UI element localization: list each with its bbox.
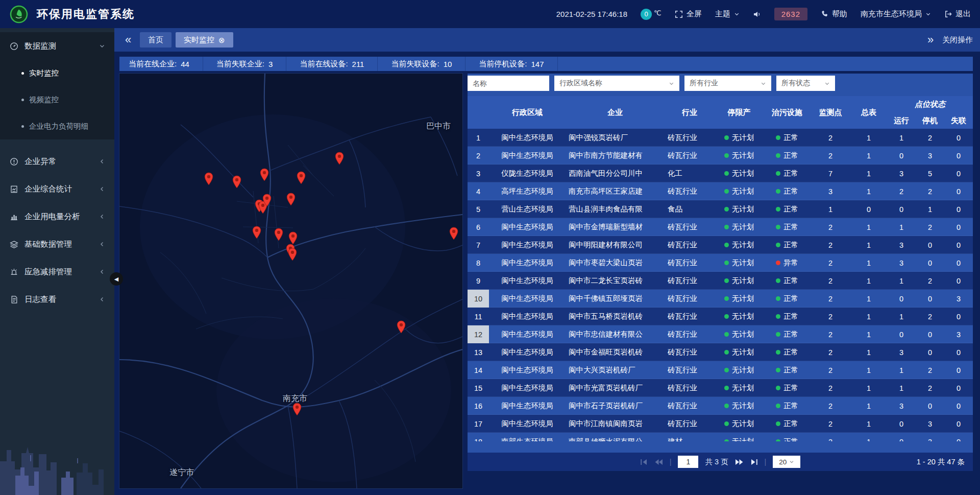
- sidebar-item[interactable]: 实时监控: [0, 60, 114, 86]
- cell-stop-count: 2: [916, 218, 944, 236]
- cell-company: 阆中市二龙长宝页岩砖: [566, 272, 665, 290]
- logout-button[interactable]: 退出: [944, 9, 971, 19]
- tabs-scroll-right-icon[interactable]: »: [924, 34, 937, 45]
- sidebar-section-enterprise-abnormal[interactable]: 企业异常: [0, 148, 114, 175]
- app-logo-icon: [9, 5, 29, 24]
- tabs-scroll-left-icon[interactable]: «: [121, 34, 135, 45]
- table-row[interactable]: 14阆中生态环境局阆中大兴页岩机砖厂砖瓦行业无计划正常21120: [468, 361, 973, 379]
- sidebar-section-enterprise-statistics[interactable]: 企业综合统计: [0, 175, 114, 203]
- page-size-select[interactable]: 20: [773, 456, 800, 468]
- stat-label: 当前在线企业:: [129, 59, 177, 69]
- region-filter-value: 行政区域名称: [559, 79, 602, 88]
- map-pin-icon[interactable]: [288, 231, 298, 245]
- cell-company: 阆中市江南镇阆南页岩: [566, 415, 665, 433]
- cell-industry: 砖瓦行业: [665, 361, 715, 379]
- org-dropdown[interactable]: 南充市生态环境局: [861, 9, 931, 19]
- page-number-input[interactable]: [678, 456, 698, 468]
- map-pin-icon[interactable]: [297, 171, 306, 184]
- table-row[interactable]: 13阆中生态环境局阆中市金福旺页岩机砖砖瓦行业无计划正常21300: [468, 343, 973, 361]
- table-row[interactable]: 18南部生态环境局南部县雄狮水泥有限公建材无计划正常21030: [468, 433, 973, 441]
- cell-monitor-points: 2: [811, 218, 850, 236]
- table-row[interactable]: 3仪陇生态环境局西南油气田分公司川中化工无计划正常71350: [468, 164, 973, 182]
- map-pin-icon[interactable]: [252, 226, 261, 239]
- sidebar-item[interactable]: 视频监控: [0, 86, 114, 113]
- table-row[interactable]: 10阆中生态环境局阆中千佛镇五郎垭页岩砖瓦行业无计划正常21003: [468, 290, 973, 308]
- sidebar-section-power-usage-analysis[interactable]: 企业用电量分析: [0, 203, 114, 230]
- map-pin-icon[interactable]: [288, 248, 297, 261]
- table-row[interactable]: 1阆中生态环境局阆中强锐页岩砖厂砖瓦行业无计划正常21120: [468, 129, 973, 147]
- next-page-icon[interactable]: [735, 459, 744, 465]
- cell-region: 阆中生态环境局: [489, 218, 566, 236]
- table-row[interactable]: 4高坪生态环境局南充市高坪区王家店建砖瓦行业无计划正常31220: [468, 182, 973, 200]
- map-pin-icon[interactable]: [232, 175, 241, 188]
- name-filter-input[interactable]: [468, 76, 549, 91]
- cell-monitor-points: 2: [811, 308, 850, 325]
- table-row[interactable]: 16阆中生态环境局阆中市石子页岩机砖厂砖瓦行业无计划正常21300: [468, 397, 973, 415]
- prev-page-icon[interactable]: [654, 459, 663, 465]
- map-panel[interactable]: 巴中市南充市遂宁市: [119, 74, 462, 488]
- stat-item: 当前在线设备:211: [286, 57, 378, 71]
- cell-limit-production: 无计划: [715, 200, 764, 218]
- map-pin-icon[interactable]: [449, 227, 458, 240]
- tab-home[interactable]: 首页: [140, 32, 172, 48]
- table-row[interactable]: 15阆中生态环境局阆中市光富页岩机砖厂砖瓦行业无计划正常21120: [468, 379, 973, 397]
- map-pin-icon[interactable]: [397, 320, 406, 334]
- map-pin-icon[interactable]: [204, 172, 213, 185]
- top-bar: 环保用电监管系统 2021-02-25 17:46:18 0 ℃ 全屏 主题 2…: [0, 0, 980, 28]
- industry-filter-select[interactable]: 所有行业: [684, 76, 771, 91]
- cell-lost-count: 3: [944, 290, 973, 308]
- table-row[interactable]: 17阆中生态环境局阆中市江南镇阆南页岩砖瓦行业无计划正常21030: [468, 415, 973, 433]
- cell-lost-count: 0: [944, 433, 973, 441]
- map-collapse-button[interactable]: ◀: [110, 272, 123, 286]
- region-filter-select[interactable]: 行政区域名称: [554, 76, 679, 91]
- row-index: 6: [468, 218, 489, 236]
- cell-industry: 砖瓦行业: [665, 236, 715, 254]
- status-dot-icon: [776, 243, 780, 247]
- fullscreen-button[interactable]: 全屏: [675, 9, 702, 19]
- map-pin-icon[interactable]: [335, 152, 344, 165]
- map-pin-icon[interactable]: [286, 193, 296, 206]
- pagination-divider: |: [670, 458, 672, 466]
- cell-industry: 砖瓦行业: [665, 397, 715, 415]
- table-row[interactable]: 9阆中生态环境局阆中市二龙长宝页岩砖砖瓦行业无计划正常21120: [468, 272, 973, 290]
- cell-stop-count: 2: [916, 129, 944, 147]
- sidebar-section-emergency-reduction[interactable]: 应急减排管理: [0, 258, 114, 286]
- table-row[interactable]: 7阆中生态环境局阆中明阳建材有限公司砖瓦行业无计划正常21300: [468, 236, 973, 254]
- logout-label: 退出: [955, 9, 971, 19]
- row-index: 11: [468, 308, 489, 325]
- status-filter-select[interactable]: 所有状态: [776, 76, 835, 91]
- chevron-left-icon: [99, 241, 105, 247]
- alarm-count-badge[interactable]: 2632: [774, 8, 807, 20]
- sidebar-item[interactable]: 企业电力负荷明细: [0, 113, 114, 139]
- table-row[interactable]: 11阆中生态环境局阆中市五马桥页岩机砖砖瓦行业无计划正常21120: [468, 308, 973, 325]
- theme-dropdown[interactable]: 主题: [715, 9, 740, 19]
- close-icon[interactable]: ⊗: [218, 36, 225, 44]
- map-pin-icon[interactable]: [274, 228, 283, 241]
- sidebar-section-log-view[interactable]: 日志查看: [0, 286, 114, 313]
- cell-pollution-facility: 正常: [764, 272, 811, 290]
- table-row[interactable]: 2阆中生态环境局阆中市南方节能建材有砖瓦行业无计划正常21030: [468, 147, 973, 164]
- sidebar-section-data-monitor[interactable]: 数据监测: [0, 32, 114, 60]
- speaker-button[interactable]: [753, 10, 761, 18]
- first-page-icon[interactable]: [640, 459, 648, 465]
- cell-run-count: 3: [887, 236, 916, 254]
- sidebar-section-base-data-management[interactable]: 基础数据管理: [0, 230, 114, 258]
- table-row[interactable]: 5营山生态环境局营山县润丰肉食品有限食品无计划正常10010: [468, 200, 973, 218]
- cell-pollution-facility: 正常: [764, 308, 811, 325]
- map-pin-icon[interactable]: [292, 403, 302, 416]
- table-row[interactable]: 12阆中生态环境局阆中市忠信建材有限公砖瓦行业无计划正常21003: [468, 325, 973, 343]
- tab-realtime-monitor[interactable]: 实时监控⊗: [176, 32, 233, 48]
- stat-label: 当前在线设备:: [300, 59, 348, 69]
- cell-lost-count: 0: [944, 397, 973, 415]
- last-page-icon[interactable]: [750, 459, 758, 465]
- table-row[interactable]: 6阆中生态环境局阆中市金博瑞新型墙材砖瓦行业无计划正常21120: [468, 218, 973, 236]
- cell-company: 阆中市光富页岩机砖厂: [566, 379, 665, 397]
- sidebar-section: 应急减排管理: [0, 258, 114, 286]
- close-operations-button[interactable]: 关闭操作: [942, 35, 973, 45]
- help-button[interactable]: 帮助: [821, 9, 847, 19]
- table-row[interactable]: 8阆中生态环境局阆中市枣碧大梁山页岩砖瓦行业无计划异常21300: [468, 254, 973, 272]
- cell-lost-count: 0: [944, 182, 973, 200]
- map-pin-icon[interactable]: [260, 168, 269, 181]
- map-pin-icon[interactable]: [262, 194, 272, 207]
- cell-company: 阆中市南方节能建材有: [566, 147, 665, 164]
